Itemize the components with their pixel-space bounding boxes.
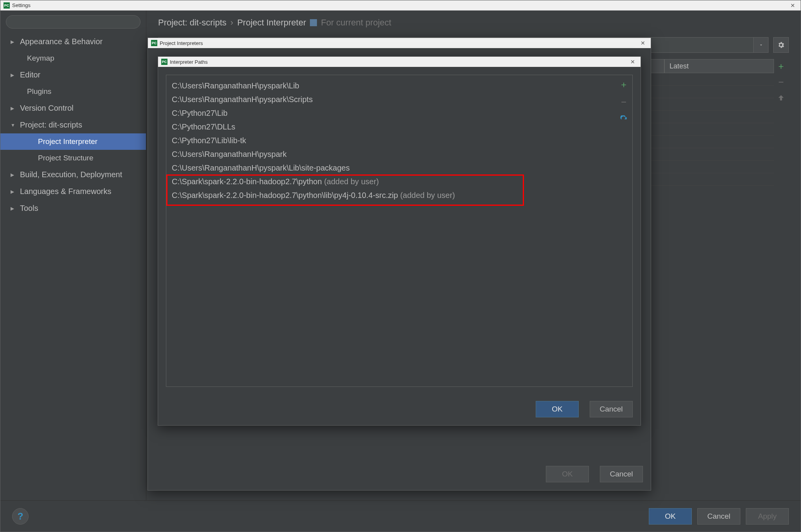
sidebar-item-label: Appearance & Behavior: [20, 37, 103, 46]
sidebar-item[interactable]: ▶Tools: [0, 200, 146, 217]
dialog-titlebar: PC Project Interpreters ✕: [148, 38, 651, 48]
reload-paths-button[interactable]: [617, 113, 631, 126]
sidebar-item-label: Tools: [20, 204, 38, 213]
expand-icon: ▶: [11, 189, 16, 194]
dropdown-toggle[interactable]: [753, 38, 768, 52]
close-icon[interactable]: ✕: [628, 58, 637, 66]
breadcrumb-separator: ›: [230, 18, 233, 28]
path-item[interactable]: C:\Python27\Lib: [172, 106, 610, 120]
sidebar-item[interactable]: ▶Build, Execution, Deployment: [0, 166, 146, 183]
path-text: C:\Python27\Lib: [172, 109, 227, 117]
expand-icon: ▶: [11, 206, 16, 211]
dialog-title: Project Interpreters: [160, 40, 638, 46]
sidebar-item-label: Build, Execution, Deployment: [20, 170, 122, 179]
path-text: C:\Users\RanganathanH\pyspark\Scripts: [172, 95, 313, 104]
paths-list[interactable]: C:\Users\RanganathanH\pyspark\LibC:\User…: [166, 75, 615, 386]
remove-package-button[interactable]: [774, 75, 788, 89]
path-text: C:\Python27\Lib\lib-tk: [172, 136, 246, 145]
sidebar-item[interactable]: ▼Project: dit-scripts: [0, 117, 146, 133]
sidebar-item-label: Languages & Frameworks: [20, 187, 111, 196]
close-icon[interactable]: ✕: [638, 39, 648, 47]
paths-cancel-button[interactable]: Cancel: [590, 401, 633, 417]
sidebar-item-label: Project Structure: [38, 154, 94, 162]
sidebar-item[interactable]: ▶Editor: [0, 66, 146, 83]
sidebar-item[interactable]: ▶Languages & Frameworks: [0, 183, 146, 200]
expand-icon: ▶: [11, 72, 16, 78]
window-title: Settings: [12, 2, 788, 8]
paths-ok-button[interactable]: OK: [536, 401, 579, 417]
sidebar-item[interactable]: ▶Appearance & Behavior: [0, 33, 146, 50]
path-text: C:\Spark\spark-2.2.0-bin-hadoop2.7\pytho…: [172, 191, 398, 200]
sidebar-item[interactable]: Keymap: [0, 50, 146, 66]
for-current-project-label: For current project: [321, 18, 391, 28]
path-text: C:\Python27\DLLs: [172, 122, 235, 131]
settings-bottom-bar: ? OK Cancel Apply: [0, 500, 801, 532]
sidebar-item[interactable]: Project Structure: [0, 150, 146, 166]
settings-cancel-button[interactable]: Cancel: [697, 508, 740, 525]
path-item[interactable]: C:\Users\RanganathanH\pyspark: [172, 147, 610, 161]
interpreter-gear-button[interactable]: [773, 37, 789, 53]
window-titlebar: PC Settings ✕: [0, 0, 801, 11]
help-button[interactable]: ?: [12, 508, 29, 525]
breadcrumb-project: Project: dit-scripts: [158, 18, 227, 28]
sidebar-item-label: Version Control: [20, 104, 74, 113]
app-icon: PC: [161, 59, 167, 65]
sidebar-item-label: Project Interpreter: [38, 137, 97, 146]
sidebar-item-label: Keymap: [27, 54, 54, 63]
scope-badge-icon: [310, 19, 317, 26]
sidebar-item-label: Plugins: [27, 87, 51, 96]
app-icon: PC: [151, 40, 157, 46]
path-added-label: (added by user): [322, 177, 379, 186]
settings-search-input[interactable]: [6, 15, 140, 29]
add-path-button[interactable]: [617, 78, 631, 92]
expand-icon: ▼: [11, 122, 16, 128]
app-icon: PC: [4, 2, 10, 9]
interpreter-paths-dialog: PC Interpreter Paths ✕ C:\Users\Ranganat…: [158, 56, 641, 426]
path-item[interactable]: C:\Users\RanganathanH\pyspark\Scripts: [172, 93, 610, 106]
add-package-button[interactable]: [774, 60, 788, 73]
path-item[interactable]: C:\Spark\spark-2.2.0-bin-hadoop2.7\pytho…: [172, 175, 610, 189]
close-icon[interactable]: ✕: [788, 2, 797, 9]
expand-icon: ▶: [11, 106, 16, 111]
sidebar-item-label: Editor: [20, 70, 40, 79]
pi-cancel-button[interactable]: Cancel: [600, 466, 643, 482]
sidebar-item[interactable]: Plugins: [0, 83, 146, 100]
path-text: C:\Users\RanganathanH\pyspark\Lib\site-p…: [172, 164, 350, 172]
remove-path-button[interactable]: [617, 95, 631, 109]
path-text: C:\Spark\spark-2.2.0-bin-hadoop2.7\pytho…: [172, 177, 322, 186]
path-text: C:\Users\RanganathanH\pyspark: [172, 150, 286, 158]
path-added-label: (added by user): [398, 191, 455, 200]
breadcrumb: Project: dit-scripts › Project Interpret…: [146, 11, 801, 35]
settings-ok-button[interactable]: OK: [649, 508, 692, 525]
path-item[interactable]: C:\Users\RanganathanH\pyspark\Lib: [172, 79, 610, 93]
upgrade-package-button[interactable]: [774, 91, 788, 104]
path-item[interactable]: C:\Python27\Lib\lib-tk: [172, 134, 610, 147]
path-item[interactable]: C:\Python27\DLLs: [172, 120, 610, 134]
expand-icon: ▶: [11, 39, 16, 45]
path-item[interactable]: C:\Spark\spark-2.2.0-bin-hadoop2.7\pytho…: [172, 189, 610, 202]
settings-apply-button[interactable]: Apply: [746, 508, 789, 525]
breadcrumb-page: Project Interpreter: [237, 18, 306, 28]
dialog-titlebar: PC Interpreter Paths ✕: [158, 57, 641, 67]
dialog-title: Interpreter Paths: [170, 59, 628, 65]
sidebar-item-label: Project: dit-scripts: [20, 120, 82, 129]
settings-sidebar: ▶Appearance & BehaviorKeymap▶EditorPlugi…: [0, 11, 146, 500]
sidebar-item[interactable]: Project Interpreter: [0, 133, 146, 150]
path-item[interactable]: C:\Users\RanganathanH\pyspark\Lib\site-p…: [172, 161, 610, 175]
sidebar-item[interactable]: ▶Version Control: [0, 100, 146, 117]
pkg-col-latest[interactable]: Latest: [664, 59, 774, 73]
expand-icon: ▶: [11, 172, 16, 178]
pi-ok-button[interactable]: OK: [546, 466, 589, 482]
path-text: C:\Users\RanganathanH\pyspark\Lib: [172, 81, 299, 90]
